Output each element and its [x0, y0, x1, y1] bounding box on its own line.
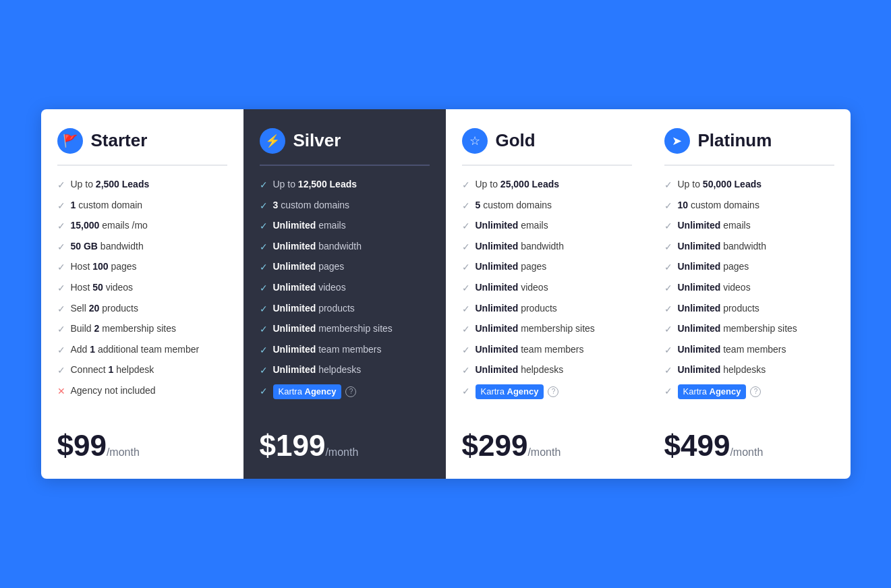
plan-name-platinum: Platinum: [698, 130, 772, 151]
check-icon: ✓: [57, 261, 65, 274]
agency-badge: Kartra Agency?: [273, 384, 357, 399]
star-icon: ☆: [462, 128, 488, 154]
feature-item: ✓5 custom domains: [462, 199, 632, 213]
check-icon: ✓: [57, 241, 65, 254]
check-icon: ✓: [462, 179, 470, 192]
feature-text: 10 custom domains: [678, 199, 759, 212]
check-icon: ✓: [462, 344, 470, 357]
feature-item: ✓Unlimited pages: [462, 260, 632, 274]
feature-item: ✓Unlimited pages: [664, 260, 834, 274]
feature-text: Unlimited team members: [476, 343, 584, 357]
feature-item: ✓Unlimited bandwidth: [260, 240, 430, 254]
check-icon: ✓: [57, 303, 65, 316]
feature-text: Unlimited videos: [678, 281, 751, 295]
feature-item: ✓Host 50 videos: [57, 281, 227, 295]
plan-name-gold: Gold: [496, 130, 536, 151]
divider-platinum: [664, 165, 834, 166]
feature-text: Unlimited membership sites: [273, 322, 393, 336]
feature-item: ✓10 custom domains: [664, 199, 834, 213]
check-icon: ✓: [57, 344, 65, 357]
price-section-silver: $199/month: [260, 422, 430, 463]
check-icon: ✓: [260, 344, 268, 357]
plan-name-silver: Silver: [293, 130, 341, 151]
feature-text: Unlimited helpdesks: [476, 363, 564, 377]
help-icon[interactable]: ?: [345, 386, 356, 397]
check-icon: ✓: [462, 200, 470, 213]
divider-starter: [57, 165, 227, 166]
feature-item: ✓Unlimited bandwidth: [462, 240, 632, 254]
feature-item: ✓3 custom domains: [260, 199, 430, 213]
feature-text: Unlimited products: [476, 302, 557, 316]
plan-header-gold: ☆Gold: [462, 128, 632, 154]
feature-item: ✓Unlimited bandwidth: [664, 240, 834, 254]
feature-item: ✓Up to 50,000 Leads: [664, 178, 834, 192]
feature-text: Unlimited membership sites: [678, 322, 797, 336]
plan-col-platinum: ➤Platinum✓Up to 50,000 Leads✓10 custom d…: [648, 109, 851, 479]
feature-text: Sell 20 products: [71, 302, 138, 316]
feature-item: ✕Agency not included: [57, 384, 227, 399]
feature-item: ✓Unlimited helpdesks: [260, 363, 430, 378]
feature-text: Unlimited helpdesks: [678, 363, 766, 377]
check-icon: ✓: [57, 179, 65, 192]
agency-feature-item: ✓Kartra Agency?: [260, 384, 430, 399]
help-icon[interactable]: ?: [548, 386, 558, 397]
feature-item: ✓Unlimited pages: [260, 260, 430, 274]
check-icon: ✓: [462, 282, 470, 295]
feature-item: ✓Up to 2,500 Leads: [57, 178, 227, 192]
check-icon: ✓: [664, 179, 672, 192]
feature-text: Unlimited emails: [273, 219, 346, 233]
flag-icon: 🚩: [57, 128, 83, 154]
price-starter: $99: [57, 429, 107, 462]
divider-gold: [462, 165, 632, 166]
check-icon: ✓: [462, 241, 470, 254]
plan-name-starter: Starter: [91, 130, 148, 151]
feature-item: ✓Unlimited membership sites: [462, 322, 632, 336]
arrow-icon: ➤: [664, 128, 690, 154]
check-icon: ✓: [462, 220, 470, 233]
check-icon: ✓: [664, 344, 672, 357]
feature-item: ✓Unlimited team members: [260, 343, 430, 357]
plan-header-platinum: ➤Platinum: [664, 128, 834, 154]
feature-item: ✓Unlimited videos: [664, 281, 834, 295]
price-period-gold: /month: [527, 446, 561, 458]
feature-text: Unlimited products: [678, 302, 759, 316]
feature-text: Up to 25,000 Leads: [476, 178, 560, 192]
check-icon: ✓: [260, 364, 268, 378]
price-silver: $199: [260, 429, 326, 462]
feature-text: Unlimited membership sites: [476, 322, 595, 336]
check-icon: ✓: [462, 385, 470, 399]
feature-item: ✓Build 2 membership sites: [57, 322, 227, 336]
agency-label: Kartra Agency: [476, 384, 544, 399]
price-period-starter: /month: [107, 446, 140, 458]
feature-text: Up to 2,500 Leads: [71, 178, 150, 192]
feature-text: 50 GB bandwidth: [71, 240, 144, 254]
check-icon: ✓: [260, 282, 268, 295]
feature-text: Unlimited products: [273, 302, 355, 316]
feature-text: Unlimited videos: [273, 281, 346, 295]
plan-col-gold: ☆Gold✓Up to 25,000 Leads✓5 custom domain…: [446, 109, 648, 479]
features-list-gold: ✓Up to 25,000 Leads✓5 custom domains✓Unl…: [462, 178, 632, 406]
feature-text: Agency not included: [71, 384, 156, 398]
check-icon: ✓: [664, 282, 672, 295]
feature-item: ✓Unlimited emails: [664, 219, 834, 233]
feature-text: Connect 1 helpdesk: [71, 363, 154, 377]
check-icon: ✓: [260, 241, 268, 254]
feature-text: Up to 12,500 Leads: [273, 178, 357, 192]
feature-text: Unlimited bandwidth: [273, 240, 362, 254]
plan-col-starter: 🚩Starter✓Up to 2,500 Leads✓1 custom doma…: [41, 109, 243, 479]
check-icon: ✓: [462, 303, 470, 316]
price-section-platinum: $499/month: [664, 422, 834, 463]
feature-item: ✓Unlimited emails: [260, 219, 430, 233]
feature-text: 5 custom domains: [476, 199, 552, 212]
feature-text: 3 custom domains: [273, 199, 350, 212]
check-icon: ✓: [664, 200, 672, 213]
feature-item: ✓Add 1 additional team member: [57, 343, 227, 357]
agency-badge: Kartra Agency?: [476, 384, 559, 399]
feature-item: ✓Unlimited videos: [462, 281, 632, 295]
feature-item: ✓1 custom domain: [57, 199, 227, 213]
feature-text: 1 custom domain: [71, 199, 143, 212]
help-icon[interactable]: ?: [750, 386, 761, 397]
pricing-grid: 🚩Starter✓Up to 2,500 Leads✓1 custom doma…: [41, 109, 851, 479]
feature-item: ✓Connect 1 helpdesk: [57, 363, 227, 378]
check-icon: ✓: [57, 200, 65, 213]
